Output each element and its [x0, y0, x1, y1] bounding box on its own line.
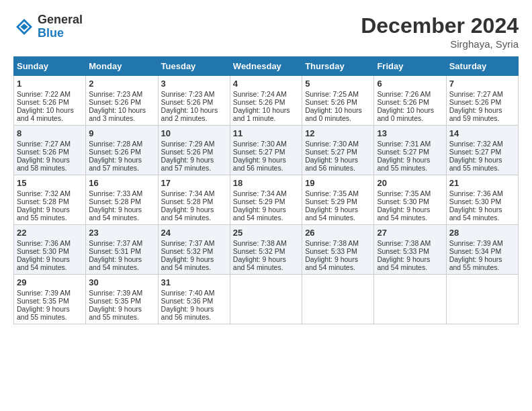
day-number: 16 — [89, 178, 154, 188]
sunrise-text: Sunrise: 7:30 AM — [305, 140, 371, 148]
sunset-text: Sunset: 5:26 PM — [89, 98, 154, 106]
calendar-cell: 6Sunrise: 7:26 AMSunset: 5:26 PMDaylight… — [374, 76, 446, 126]
day-number: 2 — [89, 79, 154, 89]
daylight-text: Daylight: 9 hours and 54 minutes. — [89, 255, 154, 271]
day-number: 6 — [377, 79, 443, 89]
sunset-text: Sunset: 5:26 PM — [89, 148, 154, 156]
calendar-cell: 25Sunrise: 7:38 AMSunset: 5:32 PMDayligh… — [230, 225, 302, 275]
daylight-text: Daylight: 9 hours and 59 minutes. — [449, 106, 515, 122]
daylight-text: Daylight: 9 hours and 55 minutes. — [449, 255, 515, 271]
day-number: 13 — [377, 128, 443, 138]
logo-icon — [13, 16, 35, 38]
daylight-text: Daylight: 9 hours and 57 minutes. — [89, 156, 154, 172]
calendar-week-row: 15Sunrise: 7:32 AMSunset: 5:28 PMDayligh… — [14, 175, 519, 225]
sunset-text: Sunset: 5:26 PM — [17, 148, 83, 156]
day-number: 11 — [233, 128, 299, 138]
calendar-cell: 29Sunrise: 7:39 AMSunset: 5:35 PMDayligh… — [14, 275, 86, 324]
day-number: 8 — [17, 128, 83, 138]
day-number: 15 — [17, 178, 83, 188]
sunset-text: Sunset: 5:27 PM — [305, 148, 371, 156]
sunrise-text: Sunrise: 7:39 AM — [89, 289, 154, 297]
calendar-cell: 21Sunrise: 7:36 AMSunset: 5:30 PMDayligh… — [446, 175, 518, 225]
sunrise-text: Sunrise: 7:34 AM — [161, 189, 227, 197]
sunset-text: Sunset: 5:26 PM — [449, 98, 515, 106]
sunset-text: Sunset: 5:29 PM — [305, 197, 371, 205]
day-number: 31 — [161, 277, 227, 287]
sunrise-text: Sunrise: 7:31 AM — [377, 140, 443, 148]
sunrise-text: Sunrise: 7:30 AM — [233, 140, 299, 148]
weekday-header: Tuesday — [158, 57, 230, 76]
sunset-text: Sunset: 5:28 PM — [89, 197, 154, 205]
sunrise-text: Sunrise: 7:33 AM — [89, 189, 154, 197]
weekday-header: Sunday — [14, 57, 86, 76]
calendar-cell: 10Sunrise: 7:29 AMSunset: 5:26 PMDayligh… — [158, 126, 230, 175]
sunrise-text: Sunrise: 7:34 AM — [233, 189, 299, 197]
daylight-text: Daylight: 9 hours and 54 minutes. — [305, 255, 371, 271]
sunset-text: Sunset: 5:32 PM — [161, 247, 227, 255]
weekday-header: Monday — [86, 57, 158, 76]
calendar-cell: 18Sunrise: 7:34 AMSunset: 5:29 PMDayligh… — [230, 175, 302, 225]
calendar-cell: 16Sunrise: 7:33 AMSunset: 5:28 PMDayligh… — [86, 175, 158, 225]
sunset-text: Sunset: 5:31 PM — [89, 247, 154, 255]
day-number: 1 — [17, 79, 83, 89]
calendar-cell: 24Sunrise: 7:37 AMSunset: 5:32 PMDayligh… — [158, 225, 230, 275]
calendar-cell: 7Sunrise: 7:27 AMSunset: 5:26 PMDaylight… — [446, 76, 518, 126]
sunrise-text: Sunrise: 7:35 AM — [305, 189, 371, 197]
daylight-text: Daylight: 9 hours and 54 minutes. — [17, 255, 83, 271]
daylight-text: Daylight: 10 hours and 1 minute. — [233, 106, 299, 122]
daylight-text: Daylight: 10 hours and 2 minutes. — [161, 106, 227, 122]
calendar-cell: 22Sunrise: 7:36 AMSunset: 5:30 PMDayligh… — [14, 225, 86, 275]
day-number: 29 — [17, 277, 83, 287]
day-number: 27 — [377, 228, 443, 238]
daylight-text: Daylight: 9 hours and 54 minutes. — [449, 205, 515, 222]
weekday-header: Friday — [374, 57, 446, 76]
daylight-text: Daylight: 9 hours and 54 minutes. — [305, 205, 371, 222]
sunrise-text: Sunrise: 7:23 AM — [89, 90, 154, 98]
calendar-cell: 17Sunrise: 7:34 AMSunset: 5:28 PMDayligh… — [158, 175, 230, 225]
sunset-text: Sunset: 5:26 PM — [305, 98, 371, 106]
daylight-text: Daylight: 9 hours and 56 minutes. — [305, 156, 371, 172]
calendar-cell: 30Sunrise: 7:39 AMSunset: 5:35 PMDayligh… — [86, 275, 158, 324]
sunset-text: Sunset: 5:26 PM — [161, 148, 227, 156]
sunrise-text: Sunrise: 7:24 AM — [233, 90, 299, 98]
day-number: 19 — [305, 178, 371, 188]
sunrise-text: Sunrise: 7:36 AM — [17, 239, 83, 247]
daylight-text: Daylight: 9 hours and 54 minutes. — [161, 205, 227, 222]
calendar-cell: 19Sunrise: 7:35 AMSunset: 5:29 PMDayligh… — [302, 175, 374, 225]
day-number: 26 — [305, 228, 371, 238]
sunrise-text: Sunrise: 7:38 AM — [233, 239, 299, 247]
sunset-text: Sunset: 5:30 PM — [17, 247, 83, 255]
day-number: 21 — [449, 178, 515, 188]
logo-blue: Blue — [38, 27, 83, 40]
calendar-cell: 27Sunrise: 7:38 AMSunset: 5:33 PMDayligh… — [374, 225, 446, 275]
day-number: 3 — [161, 79, 227, 89]
weekday-header-row: SundayMondayTuesdayWednesdayThursdayFrid… — [14, 57, 519, 76]
sunset-text: Sunset: 5:27 PM — [377, 148, 443, 156]
calendar-cell — [374, 275, 446, 324]
day-number: 30 — [89, 277, 154, 287]
sunset-text: Sunset: 5:32 PM — [233, 247, 299, 255]
daylight-text: Daylight: 9 hours and 56 minutes. — [161, 305, 227, 321]
calendar-week-row: 8Sunrise: 7:27 AMSunset: 5:26 PMDaylight… — [14, 126, 519, 175]
calendar-cell: 9Sunrise: 7:28 AMSunset: 5:26 PMDaylight… — [86, 126, 158, 175]
day-number: 4 — [233, 79, 299, 89]
calendar-cell — [446, 275, 518, 324]
sunset-text: Sunset: 5:26 PM — [17, 98, 83, 106]
daylight-text: Daylight: 9 hours and 55 minutes. — [449, 156, 515, 172]
day-number: 24 — [161, 228, 227, 238]
weekday-header: Thursday — [302, 57, 374, 76]
sunset-text: Sunset: 5:33 PM — [305, 247, 371, 255]
day-number: 20 — [377, 178, 443, 188]
sunrise-text: Sunrise: 7:37 AM — [161, 239, 227, 247]
location: Sirghaya, Syria — [361, 38, 519, 50]
daylight-text: Daylight: 10 hours and 0 minutes. — [377, 106, 443, 122]
sunset-text: Sunset: 5:30 PM — [377, 197, 443, 205]
sunset-text: Sunset: 5:34 PM — [449, 247, 515, 255]
sunrise-text: Sunrise: 7:39 AM — [17, 289, 83, 297]
sunrise-text: Sunrise: 7:38 AM — [305, 239, 371, 247]
calendar-cell: 2Sunrise: 7:23 AMSunset: 5:26 PMDaylight… — [86, 76, 158, 126]
sunrise-text: Sunrise: 7:25 AM — [305, 90, 371, 98]
title-block: December 2024 Sirghaya, Syria — [361, 13, 519, 50]
calendar-cell: 1Sunrise: 7:22 AMSunset: 5:26 PMDaylight… — [14, 76, 86, 126]
logo: General Blue — [13, 13, 83, 40]
